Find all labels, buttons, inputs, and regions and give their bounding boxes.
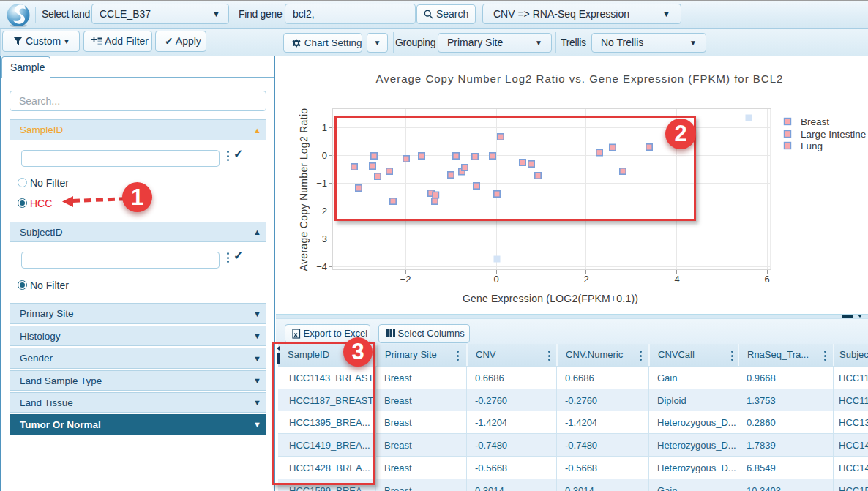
svg-text:Lung: Lung [801, 140, 823, 151]
svg-text:Average Copy Number Log2 Ratio: Average Copy Number Log2 Ratio vs. Gene … [376, 72, 784, 85]
svg-text:1: 1 [322, 122, 327, 133]
svg-text:−3: −3 [316, 233, 327, 244]
svg-text:−2: −2 [316, 206, 327, 217]
svg-text:Breast: Breast [801, 116, 829, 127]
svg-text:0: 0 [493, 274, 498, 285]
svg-text:−4: −4 [316, 261, 327, 272]
svg-text:0: 0 [322, 150, 327, 161]
svg-text:Gene Expression (LOG2(FPKM+0.1: Gene Expression (LOG2(FPKM+0.1)) [463, 293, 638, 304]
svg-text:−1: −1 [316, 178, 327, 189]
svg-text:2: 2 [583, 274, 588, 285]
svg-text:Large Intestine: Large Intestine [801, 129, 866, 140]
svg-text:Average Copy Number Log2 Ratio: Average Copy Number Log2 Ratio [298, 108, 310, 271]
svg-text:−2: −2 [400, 274, 411, 285]
svg-text:4: 4 [674, 274, 679, 285]
svg-text:6: 6 [764, 274, 769, 285]
